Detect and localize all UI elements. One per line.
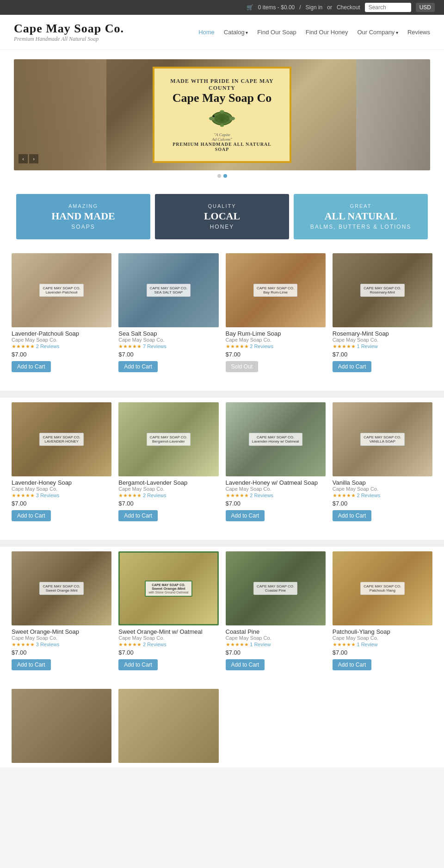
product-reviews[interactable]: 1 Review bbox=[250, 642, 271, 647]
product-vendor: Cape May Soap Co. bbox=[118, 635, 218, 641]
product-card-sweet-orange-mint: CAPE MAY SOAP CO.Sweet Orange-Mint Sweet… bbox=[12, 551, 111, 670]
banner-next-button[interactable]: › bbox=[29, 154, 38, 163]
product-name: Lavender-Honey Soap bbox=[12, 479, 111, 486]
product-stars: ★★★★★ 3 Reviews bbox=[12, 493, 111, 499]
product-reviews[interactable]: 2 Reviews bbox=[143, 493, 166, 498]
svg-point-3 bbox=[209, 117, 215, 120]
banner-prev-button[interactable]: ‹ bbox=[18, 154, 28, 163]
product-reviews[interactable]: 3 Reviews bbox=[36, 493, 60, 498]
product-image-bay-rum[interactable]: CAPE MAY SOAP CO.Bay Rum-Lime bbox=[226, 253, 326, 327]
products-grid-1: CAPE MAY SOAP CO.Lavender-Patchouli Lave… bbox=[12, 253, 432, 372]
feature-honey: Quality Local Honey bbox=[155, 194, 289, 239]
product-reviews[interactable]: 1 Review bbox=[357, 343, 378, 349]
search-input[interactable] bbox=[365, 3, 411, 12]
product-reviews[interactable]: 2 Reviews bbox=[250, 343, 273, 349]
cart-label[interactable]: 0 items - $0.00 bbox=[258, 4, 295, 11]
product-card-lavender-oatmeal: CAPE MAY SOAP CO.Lavender-Honey w/ Oatme… bbox=[226, 402, 326, 521]
product-stars: ★★★★★ 2 Reviews bbox=[333, 493, 432, 499]
product-price: $7.00 bbox=[12, 500, 111, 507]
product-name: Bergamot-Lavender Soap bbox=[118, 479, 218, 486]
product-price: $7.00 bbox=[118, 351, 218, 358]
add-to-cart-button[interactable]: Add to Cart bbox=[12, 510, 51, 521]
product-price: $7.00 bbox=[118, 500, 218, 507]
product-reviews[interactable]: 2 Reviews bbox=[357, 493, 381, 498]
banner-dot-1[interactable] bbox=[217, 174, 221, 178]
product-reviews[interactable]: 3 Reviews bbox=[36, 642, 60, 647]
add-to-cart-button[interactable]: Add to Cart bbox=[226, 510, 265, 521]
product-reviews[interactable]: 7 Reviews bbox=[143, 343, 166, 349]
product-vendor: Cape May Soap Co. bbox=[118, 337, 218, 343]
product-image-sea-salt[interactable]: CAPE MAY SOAP CO.SEA SALT SOAP bbox=[118, 253, 218, 327]
currency-button[interactable]: USD bbox=[416, 3, 435, 12]
product-price: $7.00 bbox=[12, 351, 111, 358]
banner-top-text: Made with Pride in Cape May County bbox=[168, 78, 276, 92]
product-reviews[interactable]: 2 Reviews bbox=[143, 642, 166, 647]
add-to-cart-button[interactable]: Add to Cart bbox=[118, 361, 158, 372]
features-section: Amazing Hand Made Soaps Quality Local Ho… bbox=[0, 185, 444, 249]
product-image-sweet-orange-mint[interactable]: CAPE MAY SOAP CO.Sweet Orange-Mint bbox=[12, 551, 111, 625]
or-text: or bbox=[327, 4, 332, 11]
product-vendor: Cape May Soap Co. bbox=[12, 635, 111, 641]
nav-home[interactable]: Home bbox=[198, 29, 215, 36]
product-price: $7.00 bbox=[333, 500, 432, 507]
logo-title[interactable]: Cape May Soap Co. bbox=[14, 22, 124, 36]
nav-find-honey[interactable]: Find Our Honey bbox=[306, 29, 348, 36]
banner-tagline-right: Ad Calcem" bbox=[168, 137, 276, 142]
add-to-cart-button[interactable]: Add to Cart bbox=[333, 659, 372, 670]
banner-dot-2[interactable] bbox=[223, 174, 227, 178]
products-row-1: CAPE MAY SOAP CO.Lavender-Patchouli Lave… bbox=[0, 249, 444, 391]
product-name: Sweet Orange-Mint w/ Oatmeal bbox=[118, 628, 218, 635]
product-name: Vanilla Soap bbox=[333, 479, 432, 486]
product-card-sea-salt: CAPE MAY SOAP CO.SEA SALT SOAP Sea Salt … bbox=[118, 253, 218, 372]
product-image-lavender-honey[interactable]: CAPE MAY SOAP CO.LAVENDER-HONEY bbox=[12, 402, 111, 476]
add-to-cart-button[interactable]: Add to Cart bbox=[12, 659, 51, 670]
product-card-lavender-patchouli: CAPE MAY SOAP CO.Lavender-Patchouli Lave… bbox=[12, 253, 111, 372]
product-image-bergamot[interactable]: CAPE MAY SOAP CO.Bergamot-Lavender bbox=[118, 402, 218, 476]
add-to-cart-button[interactable]: Add to Cart bbox=[333, 510, 372, 521]
product-image-lavender-patchouli[interactable]: CAPE MAY SOAP CO.Lavender-Patchouli bbox=[12, 253, 111, 327]
product-reviews[interactable]: 2 Reviews bbox=[36, 343, 60, 349]
product-card-bay-rum: CAPE MAY SOAP CO.Bay Rum-Lime Bay Rum-Li… bbox=[226, 253, 326, 372]
product-image-vanilla[interactable]: CAPE MAY SOAP CO.VANILLA SOAP bbox=[333, 402, 432, 476]
banner-section: Made with Pride in Cape May County Cape … bbox=[0, 50, 444, 185]
nav-reviews[interactable]: Reviews bbox=[407, 29, 430, 36]
hero-banner: Made with Pride in Cape May County Cape … bbox=[14, 59, 430, 170]
product-card-bergamot: CAPE MAY SOAP CO.Bergamot-Lavender Berga… bbox=[118, 402, 218, 521]
add-to-cart-button[interactable]: Add to Cart bbox=[226, 659, 265, 670]
product-price: $7.00 bbox=[118, 649, 218, 656]
sign-in-link[interactable]: Sign in bbox=[306, 4, 323, 11]
product-image-lavender-oatmeal[interactable]: CAPE MAY SOAP CO.Lavender-Honey w/ Oatme… bbox=[226, 402, 326, 476]
product-name: Sweet Orange-Mint Soap bbox=[12, 628, 111, 635]
add-to-cart-button[interactable]: Add to Cart bbox=[118, 659, 158, 670]
product-card-coastal-pine: CAPE MAY SOAP CO.Coastal Pine Coastal Pi… bbox=[226, 551, 326, 670]
product-reviews[interactable]: 1 Review bbox=[357, 642, 378, 647]
product-image-patchouli-ylang[interactable]: CAPE MAY SOAP CO.Patchouli-Ylang bbox=[333, 551, 432, 625]
product-image-rosemary-mint[interactable]: CAPE MAY SOAP CO.Rosemary-Mint bbox=[333, 253, 432, 327]
add-to-cart-button[interactable]: Add to Cart bbox=[333, 361, 372, 372]
product-vendor: Cape May Soap Co. bbox=[333, 635, 432, 641]
banner-center-box: Made with Pride in Cape May County Cape … bbox=[153, 67, 291, 163]
products-grid-2: CAPE MAY SOAP CO.LAVENDER-HONEY Lavender… bbox=[12, 402, 432, 521]
product-card-patchouli-ylang: CAPE MAY SOAP CO.Patchouli-Ylang Patchou… bbox=[333, 551, 432, 670]
checkout-link[interactable]: Checkout bbox=[337, 4, 360, 11]
products-grid-3: CAPE MAY SOAP CO.Sweet Orange-Mint Sweet… bbox=[12, 551, 432, 670]
add-to-cart-button[interactable]: Add to Cart bbox=[12, 361, 51, 372]
feature-natural-sub: Balms, Butters & Lotions bbox=[303, 224, 419, 230]
product-price: $7.00 bbox=[333, 351, 432, 358]
add-to-cart-button[interactable]: Add to Cart bbox=[118, 510, 158, 521]
cart-icon: 🛒 bbox=[247, 4, 253, 11]
product-image-sweet-orange-oatmeal[interactable]: CAPE MAY SOAP CO. Sweet Orange-Mint with… bbox=[118, 551, 218, 625]
product-reviews[interactable]: 2 Reviews bbox=[250, 493, 273, 498]
banner-bottom-text: Premium Handmade All Natural Soap bbox=[168, 142, 276, 152]
main-nav: Home Catalog Find Our Soap Find Our Hone… bbox=[198, 29, 430, 36]
nav-find-soap[interactable]: Find Our Soap bbox=[257, 29, 296, 36]
product-stars: ★★★★★ 2 Reviews bbox=[226, 493, 326, 499]
product-card-rosemary-mint: CAPE MAY SOAP CO.Rosemary-Mint Rosemary-… bbox=[333, 253, 432, 372]
nav-our-company[interactable]: Our Company bbox=[357, 29, 398, 36]
nav-catalog[interactable]: Catalog bbox=[224, 29, 248, 36]
product-stars: ★★★★★ 1 Review bbox=[333, 343, 432, 350]
product-card-lavender-honey: CAPE MAY SOAP CO.LAVENDER-HONEY Lavender… bbox=[12, 402, 111, 521]
product-image-coastal-pine[interactable]: CAPE MAY SOAP CO.Coastal Pine bbox=[226, 551, 326, 625]
feature-honey-main: Local bbox=[164, 211, 280, 222]
product-price: $7.00 bbox=[226, 351, 326, 358]
